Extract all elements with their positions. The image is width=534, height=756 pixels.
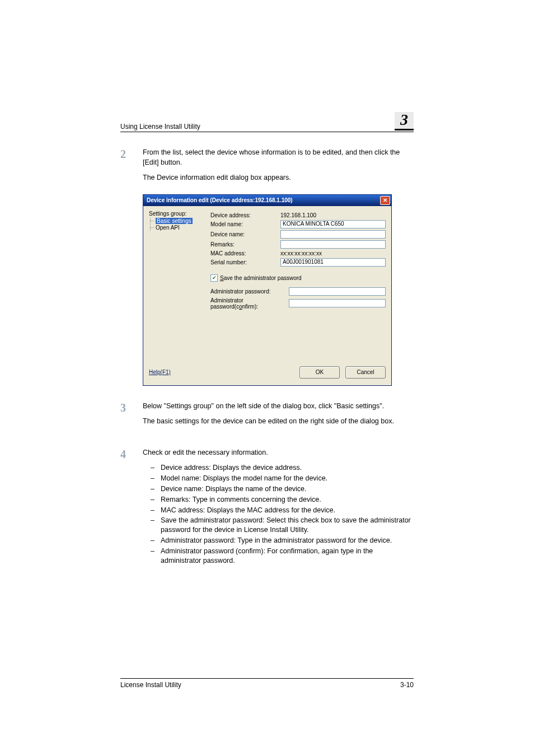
label-admin-password-confirm: Administrator password(confirm):	[210, 297, 289, 310]
input-admin-password-confirm[interactable]	[289, 299, 386, 307]
step-number: 4	[120, 448, 143, 460]
label-remarks: Remarks:	[210, 241, 280, 248]
label-device-name: Device name:	[210, 231, 280, 237]
label-mac-address: MAC address:	[210, 250, 280, 256]
tree-item-basic-settings[interactable]: Basic settings	[149, 218, 210, 224]
label-serial-number: Serial number:	[210, 259, 280, 265]
input-serial-number[interactable]: A00J001901081	[280, 258, 386, 267]
step-3-text-1: Below "Settings group" on the left side …	[143, 402, 414, 412]
dialog-title-bar: Device information edit (Device address:…	[143, 195, 391, 206]
input-remarks[interactable]	[280, 240, 386, 249]
step-4-bullets: Device address: Displays the device addr…	[151, 463, 414, 566]
step-4: 4 Check or edit the necessary informatio…	[120, 448, 414, 567]
footer-page-number: 3-10	[400, 681, 414, 689]
footer-title: License Install Utility	[120, 681, 181, 689]
step-body: Check or edit the necessary information.…	[143, 448, 414, 567]
list-item: Administrator password (confirm): For co…	[151, 547, 414, 566]
list-item: Model name: Displays the model name for …	[151, 474, 414, 483]
label-admin-password: Administrator password:	[210, 288, 289, 295]
tree-item-open-api[interactable]: Open API	[149, 225, 210, 231]
step-2-text-1: From the list, select the device whose i…	[143, 148, 414, 167]
step-number: 3	[120, 402, 143, 413]
step-3: 3 Below "Settings group" on the left sid…	[120, 402, 414, 432]
save-admin-password-label: Save the administrator password	[220, 275, 302, 281]
list-item: Save the administrator password: Select …	[151, 516, 414, 535]
settings-group-tree: Settings group: Basic settings Open API	[149, 211, 210, 357]
close-icon[interactable]: ✕	[380, 196, 390, 205]
value-mac-address: xx:xx:xx:xx:xx:xx	[280, 250, 386, 256]
step-body: From the list, select the device whose i…	[143, 148, 414, 189]
input-device-name[interactable]	[280, 230, 386, 239]
step-2: 2 From the list, select the device whose…	[120, 148, 414, 189]
list-item: Device address: Displays the device addr…	[151, 463, 414, 473]
step-body: Below "Settings group" on the left side …	[143, 402, 414, 432]
settings-form: Device address: 192.168.1.100 Model name…	[210, 211, 386, 357]
list-item: MAC address: Displays the MAC address fo…	[151, 506, 414, 515]
input-admin-password[interactable]	[289, 287, 386, 296]
tree-heading: Settings group:	[149, 211, 210, 217]
label-model-name: Model name:	[210, 221, 280, 227]
save-admin-password-checkbox[interactable]: ✔ Save the administrator password	[210, 274, 386, 282]
list-item: Device name: Displays the name of the de…	[151, 484, 414, 494]
list-item: Administrator password: Type in the admi…	[151, 536, 414, 545]
step-2-text-2: The Device information edit dialog box a…	[143, 173, 414, 183]
step-number: 2	[120, 148, 143, 160]
cancel-button[interactable]: Cancel	[345, 366, 386, 379]
checkmark-icon: ✔	[210, 274, 218, 282]
page-header: Using License Install Utility 3	[120, 112, 414, 132]
step-4-text-1: Check or edit the necessary information.	[143, 448, 414, 458]
value-device-address: 192.168.1.100	[280, 212, 386, 218]
section-title: Using License Install Utility	[120, 123, 200, 130]
help-link[interactable]: Help(F1)	[149, 369, 171, 375]
chapter-number: 3	[395, 112, 414, 130]
input-model-name[interactable]: KONICA MINOLTA C650	[280, 220, 386, 228]
step-3-text-2: The basic settings for the device can be…	[143, 417, 414, 427]
list-item: Remarks: Type in comments concerning the…	[151, 495, 414, 505]
dialog-title-text: Device information edit (Device address:…	[147, 197, 293, 203]
device-info-edit-dialog: Device information edit (Device address:…	[143, 194, 392, 386]
ok-button[interactable]: OK	[299, 366, 340, 379]
page-footer: License Install Utility 3-10	[120, 678, 414, 689]
label-device-address: Device address:	[210, 212, 280, 218]
